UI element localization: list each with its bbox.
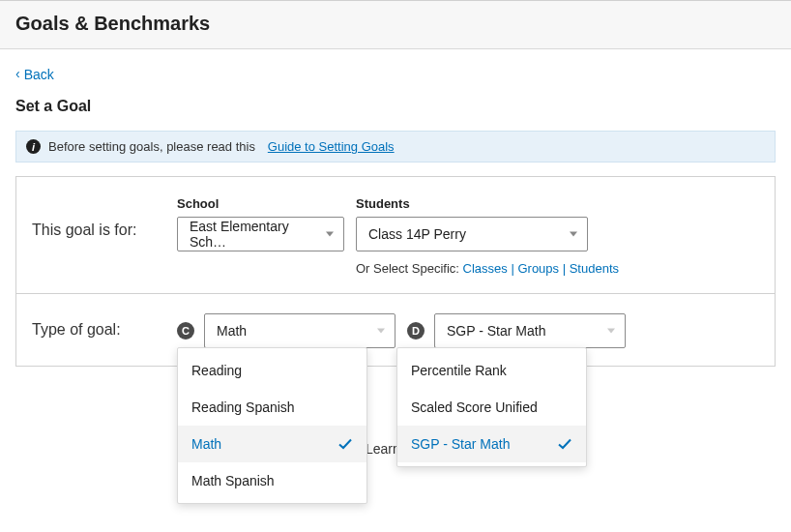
back-label: Back [24,67,54,82]
dropdown-item-label: SGP - Star Math [411,436,510,452]
back-link[interactable]: ‹ Back [15,67,54,82]
caret-down-icon [326,232,334,237]
badge-d: D [407,322,425,340]
subheader: Set a Goal [15,98,776,115]
subject-item[interactable]: Math Spanish [178,462,366,499]
dropdown-item-label: Math [191,436,221,452]
metric-value: SGP - Star Math [447,323,545,339]
subject-dropdown[interactable]: ReadingReading SpanishMathMath Spanish [177,347,367,504]
students-label: Students [356,196,619,211]
metric-item[interactable]: Scaled Score Unified [397,389,586,426]
dropdown-item-label: Scaled Score Unified [411,399,538,415]
check-icon [337,436,353,452]
row-label: This goal is for: [32,196,177,239]
groups-link[interactable]: Groups [517,261,559,276]
header-bar: Goals & Benchmarks [0,1,791,49]
caret-down-icon [377,329,385,334]
students-value: Class 14P Perry [368,226,466,242]
school-select[interactable]: East Elementary Sch… [177,217,344,251]
info-icon: i [26,139,41,154]
metric-dropdown[interactable]: Percentile RankScaled Score UnifiedSGP -… [396,347,587,467]
row-label: Type of goal: [32,313,177,339]
chevron-left-icon: ‹ [15,67,20,80]
caret-down-icon [607,329,615,334]
goal-for-row: This goal is for: School East Elementary… [16,177,775,293]
dropdown-item-label: Math Spanish [191,473,275,488]
check-icon [557,436,572,452]
type-of-goal-row: Type of goal: C Math D SGP - Star Math [16,293,775,366]
dropdown-item-label: Percentile Rank [411,363,507,378]
subject-item[interactable]: Reading Spanish [178,389,366,426]
students-link[interactable]: Students [570,261,619,276]
learn-text: Learn [366,441,400,457]
school-value: East Elementary Sch… [190,219,314,250]
subject-value: Math [217,323,247,339]
dropdown-item-label: Reading Spanish [191,399,295,415]
info-bar: i Before setting goals, please read this… [15,131,776,163]
metric-item[interactable]: SGP - Star Math [397,426,586,462]
classes-link[interactable]: Classes [463,261,508,276]
dropdown-item-label: Reading [191,363,242,378]
caret-down-icon [570,232,577,237]
badge-c: C [177,322,194,340]
guide-link[interactable]: Guide to Setting Goals [268,139,395,154]
subject-select[interactable]: Math [204,313,396,348]
goal-panel: This goal is for: School East Elementary… [15,176,776,367]
page-title: Goals & Benchmarks [15,13,776,35]
info-text: Before setting goals, please read this [48,139,255,154]
metric-item[interactable]: Percentile Rank [397,352,586,389]
subject-item[interactable]: Math [178,426,366,462]
or-select-text: Or Select Specific: [356,261,459,276]
metric-select[interactable]: SGP - Star Math [434,313,626,348]
students-select[interactable]: Class 14P Perry [356,217,588,251]
school-label: School [177,196,344,211]
subject-item[interactable]: Reading [178,352,366,389]
